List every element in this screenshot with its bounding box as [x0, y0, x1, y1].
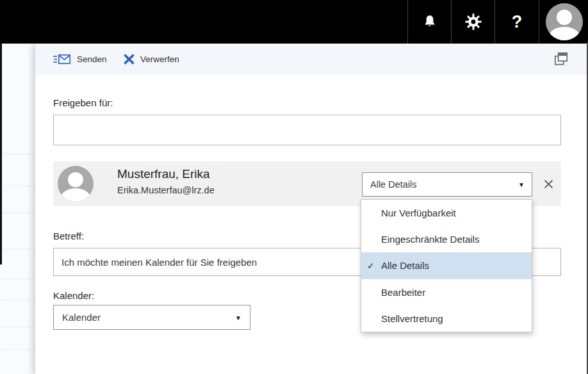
menu-item-label: Stellvertretung — [381, 313, 443, 324]
remove-recipient-button[interactable] — [539, 174, 558, 193]
permission-option-limited-details[interactable]: Eingeschränkte Details — [361, 226, 532, 252]
popout-icon — [553, 51, 569, 67]
subject-label: Betreff: — [53, 231, 84, 241]
recipient-email: Erika.Musterfau@lrz.de — [117, 185, 215, 195]
chevron-down-icon: ▼ — [518, 181, 525, 188]
bell-icon — [421, 13, 438, 30]
settings-button[interactable] — [451, 0, 495, 44]
permission-option-delegate[interactable]: Stellvertretung — [361, 305, 532, 332]
background-calendar-pane — [0, 44, 35, 374]
recipient-avatar — [58, 166, 94, 202]
user-avatar[interactable] — [546, 3, 583, 40]
send-button[interactable]: Senden — [53, 44, 107, 75]
gear-icon — [464, 13, 482, 31]
share-with-label: Freigeben für: — [53, 97, 113, 108]
share-calendar-dialog: Senden Verwerfen Freigeben für: — [35, 44, 587, 374]
permission-option-editor[interactable]: Bearbeiter — [361, 279, 532, 305]
permission-menu: Nur Verfügbarkeit Eingeschränkte Details… — [361, 199, 532, 332]
dialog-toolbar: Senden Verwerfen — [35, 44, 587, 75]
calendar-label: Kalender: — [53, 290, 94, 301]
popout-button[interactable] — [552, 50, 570, 68]
notifications-button[interactable] — [407, 0, 452, 44]
help-button[interactable]: ? — [494, 0, 539, 44]
calendar-dropdown-value: Kalender — [62, 312, 101, 323]
menu-item-label: Alle Details — [381, 260, 429, 271]
app-topbar: ? — [0, 0, 588, 44]
check-icon: ✓ — [367, 261, 375, 271]
close-icon — [544, 179, 553, 189]
menu-item-label: Eingeschränkte Details — [381, 234, 479, 245]
recipient-name: Musterfrau, Erika — [117, 167, 210, 181]
send-button-label: Senden — [77, 54, 107, 64]
menu-item-label: Nur Verfügbarkeit — [381, 207, 456, 218]
background-pane-edge — [0, 44, 2, 264]
share-with-input[interactable] — [53, 115, 561, 145]
permission-dropdown[interactable]: Alle Details ▼ — [362, 172, 532, 197]
help-icon: ? — [512, 13, 523, 31]
discard-button-label: Verwerfen — [140, 54, 179, 64]
menu-item-label: Bearbeiter — [381, 287, 425, 298]
permission-option-all-details[interactable]: ✓ Alle Details — [361, 252, 532, 279]
discard-button[interactable]: Verwerfen — [124, 44, 179, 75]
permission-option-availability[interactable]: Nur Verfügbarkeit — [361, 200, 532, 226]
send-mail-icon — [53, 53, 71, 65]
discard-x-icon — [124, 54, 135, 65]
chevron-down-icon: ▼ — [235, 314, 241, 321]
permission-dropdown-value: Alle Details — [370, 179, 417, 190]
calendar-dropdown[interactable]: Kalender ▼ — [53, 305, 250, 330]
